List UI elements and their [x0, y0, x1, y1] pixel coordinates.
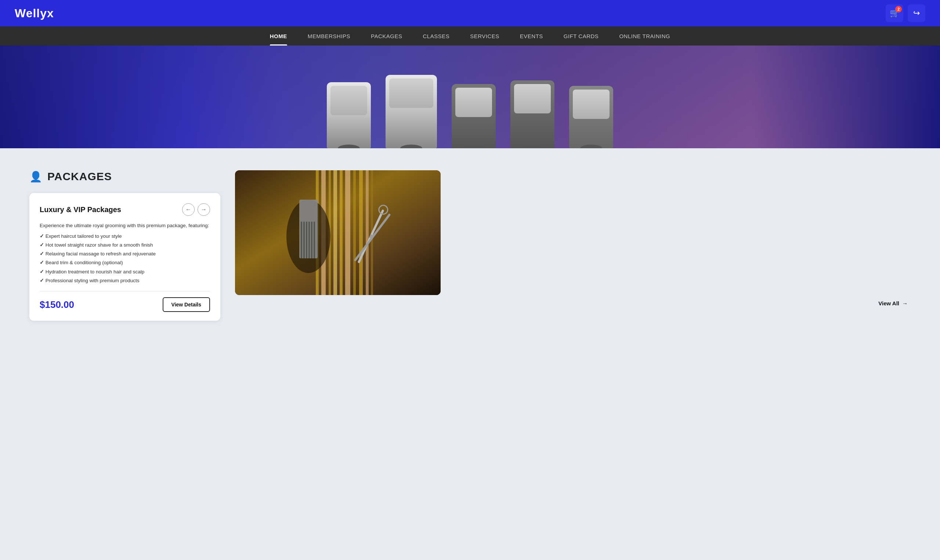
nav-item-services[interactable]: SERVICES	[460, 26, 510, 46]
chair-2	[385, 75, 437, 148]
chair-back-2	[389, 78, 433, 108]
svg-rect-0	[235, 170, 441, 295]
chair-1	[327, 82, 371, 148]
chair-back-4	[514, 84, 551, 113]
feature-3: Relaxing facial massage to refresh and r…	[40, 249, 210, 258]
svg-rect-4	[333, 170, 337, 295]
view-all-link[interactable]: View All →	[878, 300, 908, 306]
main-nav: HOME MEMBERSHIPS PACKAGES CLASSES SERVIC…	[0, 26, 940, 46]
view-all-arrow-icon: →	[902, 300, 908, 306]
chair-5	[569, 86, 613, 148]
package-features: Expert haircut tailored to your style Ho…	[40, 232, 210, 286]
main-content: 👤 PACKAGES Luxury & VIP Packages ← → Exp…	[0, 148, 940, 350]
chair-back-3	[455, 88, 492, 117]
svg-rect-6	[345, 170, 350, 295]
packages-icon: 👤	[29, 171, 42, 183]
hair-svg	[235, 170, 441, 295]
nav-item-home[interactable]: HOME	[260, 26, 297, 46]
header-actions: 🛒 2 ↪	[886, 5, 925, 22]
svg-rect-17	[311, 222, 313, 258]
packages-left: 👤 PACKAGES Luxury & VIP Packages ← → Exp…	[29, 170, 220, 321]
svg-rect-9	[366, 170, 369, 295]
package-card-header: Luxury & VIP Packages ← →	[40, 203, 210, 216]
chair-back-5	[573, 89, 610, 119]
section-header: 👤 PACKAGES	[29, 170, 220, 183]
package-price: $150.00	[40, 299, 74, 311]
brand-logo[interactable]: Wellyx	[15, 7, 54, 20]
login-button[interactable]: ↪	[908, 5, 925, 22]
nav-item-online-training[interactable]: ONLINE TRAINING	[609, 26, 680, 46]
feature-4: Beard trim & conditioning (optional)	[40, 258, 210, 267]
svg-rect-5	[340, 170, 342, 295]
hero-banner	[0, 46, 940, 148]
packages-right: View All →	[235, 170, 911, 306]
chair-back-1	[330, 86, 367, 115]
package-name: Luxury & VIP Packages	[40, 206, 121, 214]
view-all-label: View All	[878, 300, 899, 306]
header: Wellyx 🛒 2 ↪	[0, 0, 940, 26]
svg-rect-15	[306, 222, 307, 258]
nav-item-classes[interactable]: CLASSES	[412, 26, 460, 46]
feature-5: Hydration treatment to nourish hair and …	[40, 268, 210, 276]
cart-button[interactable]: 🛒 2	[886, 5, 903, 22]
nav-item-gift-cards[interactable]: GIFT CARDS	[553, 26, 609, 46]
packages-section: 👤 PACKAGES Luxury & VIP Packages ← → Exp…	[29, 170, 911, 321]
feature-2: Hot towel straight razor shave for a smo…	[40, 241, 210, 249]
nav-item-memberships[interactable]: MEMBERSHIPS	[297, 26, 361, 46]
package-divider	[40, 291, 210, 291]
chair-4	[510, 80, 555, 148]
view-all-row: View All →	[235, 300, 911, 306]
nav-item-packages[interactable]: PACKAGES	[361, 26, 412, 46]
svg-rect-16	[308, 222, 310, 258]
hero-chairs	[0, 60, 940, 148]
chair-3	[452, 84, 496, 148]
cart-badge: 2	[895, 6, 902, 12]
package-nav: ← →	[182, 203, 210, 216]
package-footer: $150.00 View Details	[40, 297, 210, 312]
feature-1: Expert haircut tailored to your style	[40, 232, 210, 241]
section-title: PACKAGES	[47, 170, 112, 183]
package-next-button[interactable]: →	[197, 203, 210, 216]
svg-rect-18	[314, 222, 315, 258]
package-card: Luxury & VIP Packages ← → Experience the…	[29, 193, 220, 321]
nav-item-events[interactable]: EVENTS	[510, 26, 553, 46]
package-description: Experience the ultimate royal grooming w…	[40, 222, 210, 230]
svg-rect-8	[359, 170, 363, 295]
svg-rect-7	[353, 170, 356, 295]
view-details-button[interactable]: View Details	[163, 297, 210, 312]
package-prev-button[interactable]: ←	[182, 203, 195, 216]
feature-6: Professional styling with premium produc…	[40, 276, 210, 285]
packages-image	[235, 170, 441, 295]
svg-rect-13	[301, 222, 302, 258]
svg-rect-14	[303, 222, 305, 258]
